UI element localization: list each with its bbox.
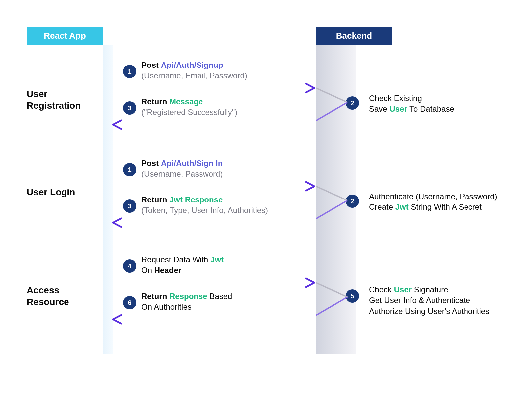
step-badge-reg-1: 1 (123, 65, 136, 78)
connector-access-diagonal (316, 282, 356, 322)
lifeline-frontend (103, 45, 113, 354)
arrow-right-reg-1 (113, 83, 319, 93)
step-text-access-6: Return Response Based On Authorities (141, 291, 232, 313)
svg-line-10 (316, 297, 347, 315)
section-label-registration: User Registration (27, 88, 93, 115)
arrow-right-access-4 (113, 278, 319, 288)
step-text-reg-2: Check Existing Save User To Database (369, 93, 454, 115)
section-label-access: Access Resource (27, 284, 93, 311)
arrow-left-reg-3 (108, 120, 319, 130)
column-header-backend: Backend (316, 27, 392, 45)
svg-line-9 (316, 283, 347, 297)
step-text-login-1: Post Api/Auth/Sign In (Username, Passwor… (141, 158, 223, 180)
step-badge-login-1: 1 (123, 163, 136, 176)
step-text-login-2: Authenticate (Username, Password) Create… (369, 191, 497, 213)
svg-line-6 (316, 200, 347, 219)
arrow-left-login-3 (108, 218, 319, 228)
arrow-left-access-6 (108, 314, 319, 324)
step-text-login-3: Return Jwt Response (Token, Type, User I… (141, 195, 268, 216)
diagram-canvas: React App Backend User Registration 1 Po… (27, 27, 505, 372)
column-header-frontend: React App (27, 27, 103, 45)
svg-line-2 (316, 102, 347, 121)
connector-login-diagonal (316, 186, 356, 225)
step-badge-reg-3: 3 (123, 101, 136, 115)
connector-reg-diagonal (316, 87, 356, 127)
step-badge-login-3: 3 (123, 200, 136, 213)
step-text-reg-1: Post Api/Auth/Signup (Username, Email, P… (141, 60, 247, 81)
step-text-access-4: Request Data With Jwt On Header (141, 254, 224, 276)
arrow-right-login-1 (113, 181, 319, 191)
step-badge-access-4: 4 (123, 259, 136, 273)
svg-line-1 (316, 88, 347, 102)
svg-line-5 (316, 186, 347, 200)
step-badge-access-6: 6 (123, 296, 136, 309)
step-text-reg-3: Return Message ("Registered Successfully… (141, 96, 237, 118)
step-text-access-5: Check User Signature Get User Info & Aut… (369, 284, 489, 317)
section-label-login: User Login (27, 186, 93, 201)
